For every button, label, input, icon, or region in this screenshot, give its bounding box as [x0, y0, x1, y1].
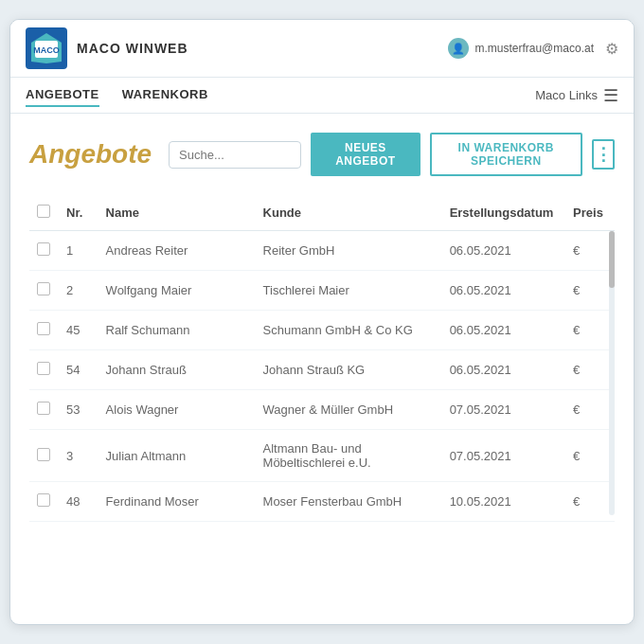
header-name: Name	[98, 195, 256, 231]
header-preis: Preis	[565, 195, 615, 231]
header-kunde: Kunde	[256, 195, 442, 231]
navbar-left: ANGEBOTE WARENKORB	[26, 83, 208, 107]
table-row[interactable]: 45 Ralf Schumann Schumann GmbH & Co KG 0…	[29, 311, 615, 350]
scrollbar-thumb[interactable]	[609, 231, 615, 288]
row-preis: €	[565, 231, 615, 271]
row-nr: 53	[59, 390, 98, 430]
table-container: Nr. Name Kunde Erstellungsdatum Preis 1 …	[29, 195, 615, 522]
row-checkbox-4[interactable]	[37, 402, 50, 415]
row-datum: 06.05.2021	[442, 311, 565, 350]
row-checkbox-6[interactable]	[37, 493, 50, 507]
row-checkbox-cell	[29, 311, 59, 350]
header-nr: Nr.	[59, 195, 98, 231]
row-checkbox-cell	[29, 350, 59, 390]
row-preis: €	[565, 390, 615, 430]
row-checkbox-2[interactable]	[37, 322, 50, 335]
table-row[interactable]: 53 Alois Wagner Wagner & Müller GmbH 07.…	[29, 390, 615, 430]
row-kunde: Altmann Bau- und Möbeltischlerei e.U.	[256, 430, 442, 482]
page-content: Angebote NEUES ANGEBOT IN WARENKORB SPEI…	[10, 114, 634, 531]
row-nr: 1	[59, 231, 98, 271]
page-title: Angebote	[29, 139, 152, 170]
row-preis: €	[565, 482, 615, 522]
row-kunde: Tischlerei Maier	[256, 271, 442, 311]
nav-warenkorb[interactable]: WARENKORB	[122, 83, 208, 107]
row-datum: 07.05.2021	[442, 430, 565, 482]
row-kunde: Moser Fensterbau GmbH	[256, 482, 442, 522]
row-preis: €	[565, 311, 615, 350]
row-checkbox-5[interactable]	[37, 448, 50, 461]
table-row[interactable]: 3 Julian Altmann Altmann Bau- und Möbelt…	[29, 430, 615, 482]
row-kunde: Reiter GmbH	[256, 231, 442, 271]
more-options-button[interactable]: ⋮	[592, 139, 615, 170]
row-checkbox-cell	[29, 271, 59, 311]
row-name: Julian Altmann	[98, 430, 256, 482]
header-checkbox	[29, 195, 59, 231]
row-nr: 3	[59, 430, 98, 482]
app-window: MACO MACO WINWEB 👤 m.musterfrau@maco.at …	[9, 19, 635, 625]
navbar-right[interactable]: Maco Links ☰	[535, 85, 618, 106]
table-header-row: Nr. Name Kunde Erstellungsdatum Preis	[29, 195, 615, 231]
save-to-cart-button[interactable]: IN WARENKORB SPEICHERN	[430, 133, 582, 176]
row-checkbox-cell	[29, 390, 59, 430]
scrollbar-track	[609, 231, 615, 515]
user-email: m.musterfrau@maco.at	[474, 42, 594, 55]
row-nr: 48	[59, 482, 98, 522]
svg-text:MACO: MACO	[33, 45, 60, 55]
row-preis: €	[565, 350, 615, 390]
table-body: 1 Andreas Reiter Reiter GmbH 06.05.2021 …	[29, 231, 615, 522]
header-datum: Erstellungsdatum	[442, 195, 565, 231]
select-all-checkbox[interactable]	[37, 205, 50, 218]
table-row[interactable]: 1 Andreas Reiter Reiter GmbH 06.05.2021 …	[29, 231, 615, 271]
row-name: Ferdinand Moser	[98, 482, 256, 522]
row-datum: 06.05.2021	[442, 271, 565, 311]
topbar: MACO MACO WINWEB 👤 m.musterfrau@maco.at …	[10, 20, 634, 78]
row-name: Wolfgang Maier	[98, 271, 256, 311]
row-datum: 10.05.2021	[442, 482, 565, 522]
hamburger-icon[interactable]: ☰	[603, 85, 618, 106]
offers-table: Nr. Name Kunde Erstellungsdatum Preis 1 …	[29, 195, 615, 522]
row-checkbox-cell	[29, 482, 59, 522]
row-name: Andreas Reiter	[98, 231, 256, 271]
toolbar: Angebote NEUES ANGEBOT IN WARENKORB SPEI…	[29, 133, 615, 176]
row-name: Ralf Schumann	[98, 311, 256, 350]
row-nr: 54	[59, 350, 98, 390]
row-kunde: Wagner & Müller GmbH	[256, 390, 442, 430]
row-name: Alois Wagner	[98, 390, 256, 430]
row-kunde: Johann Strauß KG	[256, 350, 442, 390]
row-checkbox-cell	[29, 231, 59, 271]
row-nr: 2	[59, 271, 98, 311]
table-row[interactable]: 54 Johann Strauß Johann Strauß KG 06.05.…	[29, 350, 615, 390]
row-checkbox-cell	[29, 430, 59, 482]
row-datum: 06.05.2021	[442, 350, 565, 390]
maco-links-label: Maco Links	[535, 88, 598, 102]
table-row[interactable]: 48 Ferdinand Moser Moser Fensterbau GmbH…	[29, 482, 615, 522]
row-preis: €	[565, 271, 615, 311]
row-checkbox-0[interactable]	[37, 242, 50, 256]
row-datum: 07.05.2021	[442, 390, 565, 430]
logo: MACO	[26, 27, 67, 69]
row-preis: €	[565, 430, 615, 482]
row-kunde: Schumann GmbH & Co KG	[256, 311, 442, 350]
app-title: MACO WINWEB	[77, 41, 188, 56]
row-nr: 45	[59, 311, 98, 350]
topbar-left: MACO MACO WINWEB	[26, 27, 188, 69]
new-offer-button[interactable]: NEUES ANGEBOT	[311, 133, 420, 176]
row-name: Johann Strauß	[98, 350, 256, 390]
settings-icon[interactable]: ⚙	[605, 40, 618, 58]
row-checkbox-3[interactable]	[37, 362, 50, 375]
nav-angebote[interactable]: ANGEBOTE	[26, 83, 99, 107]
navbar: ANGEBOTE WARENKORB Maco Links ☰	[10, 78, 634, 114]
search-input[interactable]	[169, 141, 301, 169]
user-icon: 👤	[448, 38, 469, 59]
table-row[interactable]: 2 Wolfgang Maier Tischlerei Maier 06.05.…	[29, 271, 615, 311]
user-info: 👤 m.musterfrau@maco.at	[448, 38, 594, 59]
row-checkbox-1[interactable]	[37, 282, 50, 295]
topbar-right: 👤 m.musterfrau@maco.at ⚙	[448, 38, 618, 59]
row-datum: 06.05.2021	[442, 231, 565, 271]
